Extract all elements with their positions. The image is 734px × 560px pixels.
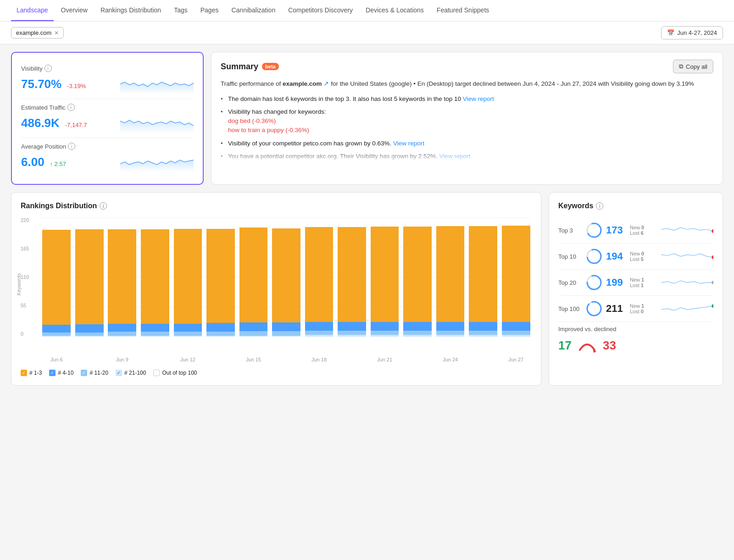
kw-row-top100: Top 100 211 New 1 Lost 0 — [558, 296, 713, 322]
kw-row-top20: Top 20 199 New 1 Lost 1 — [558, 270, 713, 296]
bullet-4: You have a potential competitor akc.org.… — [221, 150, 713, 163]
keywords-info-icon[interactable]: i — [596, 202, 603, 210]
traffic-label: Estimated Traffic — [21, 104, 66, 111]
copy-all-label: Copy all — [686, 63, 707, 70]
traffic-sparkline — [120, 113, 194, 133]
position-metric: Average Position i 6.00 ↑ 2.57 — [21, 138, 194, 177]
bullet-1-link[interactable]: View report — [463, 95, 494, 102]
bar-column — [467, 217, 499, 337]
x-label: Jun 12 — [172, 357, 204, 362]
date-range-button[interactable]: 📅 Jun 4-27, 2024 — [661, 26, 723, 39]
x-label: Jun 6 — [41, 357, 72, 362]
kw-spark-top100 — [661, 302, 713, 315]
kw-label-top20: Top 20 — [558, 279, 582, 286]
x-label — [205, 357, 237, 362]
x-label — [467, 357, 499, 362]
bar-column — [74, 217, 106, 337]
x-label: Jun 24 — [434, 357, 466, 362]
legend-21-100: ✓ # 21-100 — [116, 370, 146, 376]
legend-label-11-20: # 11-20 — [89, 370, 108, 376]
bullet-2: Visibility has changed for keywords: dog… — [221, 105, 713, 137]
improved-label: Improved vs. declined — [558, 326, 713, 333]
kw-label-top3: Top 3 — [558, 227, 582, 234]
rankings-card: Rankings Distribution i Keywords 220 165… — [11, 192, 541, 386]
x-label: Jun 27 — [500, 357, 532, 362]
bar-column — [271, 217, 302, 337]
toolbar: example.com ✕ 📅 Jun 4-27, 2024 — [0, 22, 734, 44]
kw-spark-top3 — [661, 224, 713, 237]
position-label: Average Position — [21, 143, 66, 150]
y-label-165: 165 — [21, 246, 29, 251]
bar-column — [500, 217, 532, 337]
kw-spark-top20 — [661, 276, 713, 289]
top-row: Visibility i 75.70% -3.19% — [11, 52, 723, 185]
x-label: Jun 21 — [369, 357, 400, 362]
rankings-info-icon[interactable]: i — [100, 202, 107, 210]
bar-column — [172, 217, 204, 337]
legend-checkbox-1-3[interactable]: ✓ — [21, 370, 27, 376]
legend-checkbox-11-20[interactable]: ✓ — [81, 370, 87, 376]
visibility-info-icon[interactable]: i — [44, 65, 52, 72]
y-label-110: 110 — [21, 274, 29, 280]
date-range-label: Jun 4-27, 2024 — [677, 29, 717, 36]
nav-rankings-distribution[interactable]: Rankings Distribution — [95, 0, 167, 21]
domain-filter[interactable]: example.com ✕ — [11, 27, 64, 39]
traffic-value: 486.9K — [21, 116, 60, 130]
nav-landscape[interactable]: Landscape — [11, 0, 54, 21]
rankings-title: Rankings Distribution — [21, 202, 97, 210]
domain-label: example.com — [16, 29, 51, 36]
keywords-card: Keywords i Top 3 173 New 0 Lost 6 — [549, 192, 723, 386]
improved-row: 17 33 — [558, 335, 713, 355]
kw-label-top100: Top 100 — [558, 305, 582, 312]
close-icon[interactable]: ✕ — [54, 30, 59, 36]
legend-checkbox-21-100[interactable]: ✓ — [116, 370, 122, 376]
bar-column — [336, 217, 368, 337]
improved-section: Improved vs. declined 17 33 — [558, 326, 713, 355]
nav-competitors-discovery[interactable]: Competitors Discovery — [283, 0, 358, 21]
kw-newlost-top100: New 1 Lost 0 — [630, 303, 657, 314]
bullet-4-link[interactable]: View report — [439, 153, 471, 160]
svg-point-13 — [712, 281, 713, 284]
visibility-label: Visibility — [21, 65, 43, 72]
improved-declined-arc — [577, 335, 597, 355]
summary-body: Traffic performance of example.com ↗ for… — [221, 79, 713, 163]
bullet-3: Visibility of your competitor petco.com … — [221, 137, 713, 150]
chart-bars — [41, 217, 532, 337]
x-label: Jun 15 — [238, 357, 269, 362]
y-label-0: 0 — [21, 331, 29, 337]
summary-card: Summary beta ⧉ Copy all Traffic performa… — [211, 52, 723, 185]
visibility-delta: -3.19% — [67, 83, 86, 89]
svg-point-7 — [712, 229, 713, 233]
bar-column — [402, 217, 434, 337]
legend-label-4-10: # 4-10 — [58, 370, 73, 376]
x-label: Jun 9 — [106, 357, 138, 362]
nav-tags[interactable]: Tags — [168, 0, 193, 21]
copy-all-button[interactable]: ⧉ Copy all — [673, 60, 713, 73]
bullet-3-link[interactable]: View report — [393, 140, 424, 147]
x-axis-labels: Jun 6Jun 9Jun 12Jun 15Jun 18Jun 21Jun 24… — [21, 357, 532, 362]
kw-spark-top10 — [661, 250, 713, 263]
position-info-icon[interactable]: i — [68, 143, 75, 150]
summary-title-text: Summary — [221, 62, 258, 72]
legend-checkbox-out[interactable] — [153, 370, 160, 376]
copy-icon: ⧉ — [679, 63, 683, 70]
bar-column — [41, 217, 72, 337]
nav-cannibalization[interactable]: Cannibalization — [226, 0, 281, 21]
bar-column — [106, 217, 138, 337]
chart-legend: ✓ # 1-3 ✓ # 4-10 ✓ # 11-20 ✓ # 21-100 — [21, 370, 532, 376]
kw-row-top10: Top 10 194 New 0 Lost 5 — [558, 244, 713, 270]
keywords-title-group: Keywords i — [558, 202, 713, 210]
summary-title-group: Summary beta — [221, 62, 279, 72]
legend-4-10: ✓ # 4-10 — [49, 370, 73, 376]
nav-overview[interactable]: Overview — [56, 0, 93, 21]
nav-featured-snippets[interactable]: Featured Snippets — [431, 0, 495, 21]
kw-circle-top10 — [586, 248, 602, 265]
calendar-icon: 📅 — [667, 29, 674, 36]
nav-pages[interactable]: Pages — [195, 0, 224, 21]
svg-point-15 — [587, 302, 601, 316]
traffic-info-icon[interactable]: i — [67, 104, 75, 111]
x-label — [139, 357, 171, 362]
legend-checkbox-4-10[interactable]: ✓ — [49, 370, 56, 376]
chart-area: Keywords 220 165 110 55 0 — [21, 217, 532, 364]
nav-devices-locations[interactable]: Devices & Locations — [360, 0, 429, 21]
